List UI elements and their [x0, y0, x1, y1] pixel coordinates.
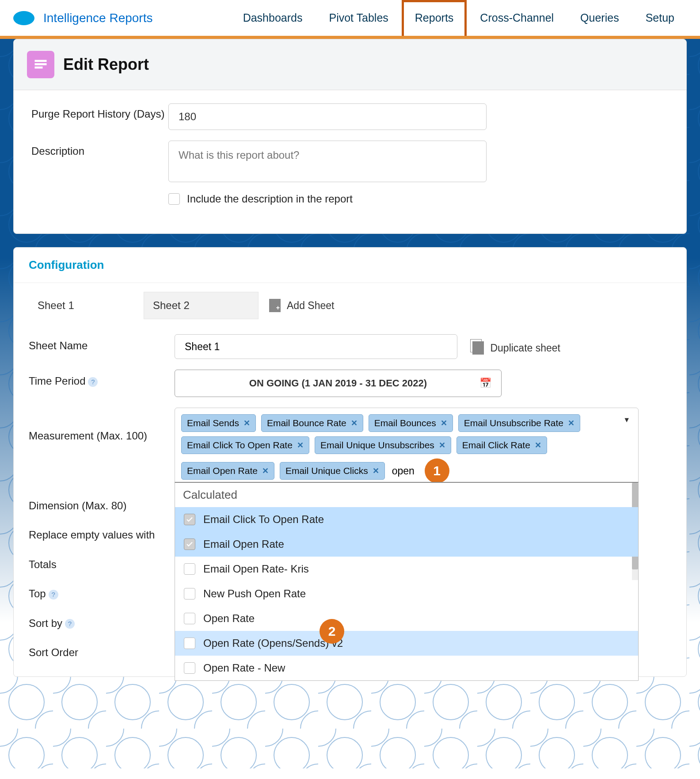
svg-point-2 — [24, 15, 33, 23]
callout-badge-2: 2 — [320, 619, 344, 644]
totals-label: Totals — [29, 553, 175, 572]
chip-remove-icon[interactable]: ✕ — [351, 418, 358, 428]
chip-remove-icon[interactable]: ✕ — [568, 418, 574, 428]
sheet-name-input[interactable] — [175, 334, 457, 359]
checkbox-icon — [184, 588, 195, 600]
chip-email-unique-clicks[interactable]: Email Unique Clicks✕ — [280, 462, 385, 480]
svg-rect-5 — [35, 67, 43, 69]
time-period-label: Time Period? — [29, 370, 175, 388]
chevron-down-icon[interactable]: ▼ — [623, 416, 630, 424]
callout-badge-1: 1 — [425, 458, 449, 483]
chip-email-unsubscribe-rate[interactable]: Email Unsubscribe Rate✕ — [458, 414, 580, 432]
add-sheet-button[interactable]: Add Sheet — [269, 299, 334, 312]
nav-tab-setup[interactable]: Setup — [632, 0, 688, 36]
dimension-label: Dimension (Max. 80) — [29, 494, 175, 513]
checkbox-icon — [184, 662, 195, 674]
chip-remove-icon[interactable]: ✕ — [297, 440, 304, 450]
chip-remove-icon[interactable]: ✕ — [439, 440, 445, 450]
chip-remove-icon[interactable]: ✕ — [262, 466, 269, 476]
help-icon[interactable]: ? — [65, 619, 75, 629]
time-period-value: ON GOING (1 JAN 2019 - 31 DEC 2022) — [249, 378, 427, 389]
dropdown-item[interactable]: New Push Open Rate — [175, 581, 638, 606]
chip-email-click-to-open-rate[interactable]: Email Click To Open Rate✕ — [181, 436, 309, 454]
chip-email-open-rate[interactable]: Email Open Rate✕ — [181, 462, 274, 480]
configuration-header: Configuration — [14, 248, 686, 283]
measurement-chips-box[interactable]: ▼ Email Sends✕ Email Bounce Rate✕ Email … — [175, 408, 639, 490]
sheet-tabs: Sheet 1 Sheet 2 Add Sheet — [14, 283, 686, 324]
checkbox-icon — [184, 613, 195, 624]
checkbox-icon — [184, 638, 195, 649]
chip-email-bounce-rate[interactable]: Email Bounce Rate✕ — [261, 414, 363, 432]
app-title: Intelligence Reports — [43, 11, 152, 25]
nav-tab-queries[interactable]: Queries — [567, 0, 632, 36]
chip-email-bounces[interactable]: Email Bounces✕ — [369, 414, 453, 432]
svg-rect-3 — [35, 60, 47, 62]
nav-tab-dashboards[interactable]: Dashboards — [230, 0, 316, 36]
dropdown-item[interactable]: Email Click To Open Rate — [175, 507, 638, 532]
checkbox-checked-icon — [184, 514, 195, 525]
nav-tab-cross-channel[interactable]: Cross-Channel — [467, 0, 567, 36]
configuration-card: Configuration Sheet 1 Sheet 2 Add Sheet … — [13, 247, 687, 677]
report-icon — [27, 51, 54, 78]
checkbox-icon — [184, 563, 195, 575]
page-title: Edit Report — [63, 55, 149, 74]
help-icon[interactable]: ? — [49, 590, 58, 600]
chip-email-click-rate[interactable]: Email Click Rate✕ — [457, 436, 547, 454]
include-description-checkbox[interactable] — [168, 193, 180, 205]
chip-email-unique-unsubscribes[interactable]: Email Unique Unsubscribes✕ — [315, 436, 451, 454]
dropdown-item[interactable]: Open Rate — [175, 606, 638, 631]
purge-label: Purge Report History (Days) — [31, 103, 168, 121]
page-header: Edit Report — [13, 39, 687, 90]
sortby-label: Sort by? — [29, 612, 175, 630]
duplicate-sheet-label: Duplicate sheet — [490, 342, 560, 354]
dropdown-group-header: Calculated — [175, 483, 638, 507]
measurement-dropdown: Calculated Email Click To Open Rate Emai… — [175, 482, 639, 681]
checkbox-checked-icon — [184, 538, 195, 550]
replace-empty-label: Replace empty values with — [29, 523, 175, 542]
help-icon[interactable]: ? — [88, 377, 98, 387]
report-settings-card: Purge Report History (Days) Description … — [13, 90, 687, 234]
sortorder-label: Sort Order — [29, 641, 175, 660]
nav-tabs: Dashboards Pivot Tables Reports Cross-Ch… — [230, 0, 688, 36]
chip-email-sends[interactable]: Email Sends✕ — [181, 414, 256, 432]
svg-rect-4 — [35, 63, 47, 65]
top-nav: Intelligence Reports Dashboards Pivot Ta… — [0, 0, 700, 39]
measurement-label: Measurement (Max. 100) — [29, 408, 175, 443]
add-sheet-label: Add Sheet — [287, 300, 334, 312]
time-period-button[interactable]: ON GOING (1 JAN 2019 - 31 DEC 2022) 📅 — [175, 370, 502, 397]
add-sheet-icon — [269, 299, 281, 312]
include-description-label: Include the description in the report — [187, 193, 353, 205]
dropdown-item[interactable]: Open Rate (Opens/Sends) v2 — [175, 631, 638, 656]
purge-input[interactable] — [168, 103, 487, 130]
svg-point-1 — [15, 15, 23, 23]
dropdown-item[interactable]: Email Open Rate- Kris — [175, 557, 638, 581]
chip-remove-icon[interactable]: ✕ — [441, 418, 447, 428]
nav-tab-pivot-tables[interactable]: Pivot Tables — [316, 0, 401, 36]
duplicate-sheet-button[interactable]: Duplicate sheet — [472, 341, 560, 355]
duplicate-icon — [472, 341, 484, 355]
top-label: Top? — [29, 582, 175, 601]
dropdown-item[interactable]: Open Rate - New — [175, 656, 638, 680]
dropdown-item[interactable]: Email Open Rate — [175, 532, 638, 557]
sheet-name-label: Sheet Name — [29, 334, 175, 353]
measurement-search-input[interactable] — [390, 462, 421, 480]
sheet-tab-2[interactable]: Sheet 2 — [144, 292, 259, 319]
chip-remove-icon[interactable]: ✕ — [243, 418, 250, 428]
nav-tab-reports[interactable]: Reports — [402, 0, 467, 36]
chip-remove-icon[interactable]: ✕ — [535, 440, 541, 450]
sheet-tab-1[interactable]: Sheet 1 — [29, 292, 144, 319]
salesforce-logo-icon — [12, 10, 35, 26]
description-textarea[interactable] — [168, 141, 487, 182]
calendar-icon: 📅 — [479, 378, 491, 389]
description-label: Description — [31, 141, 168, 158]
chip-remove-icon[interactable]: ✕ — [373, 466, 379, 476]
